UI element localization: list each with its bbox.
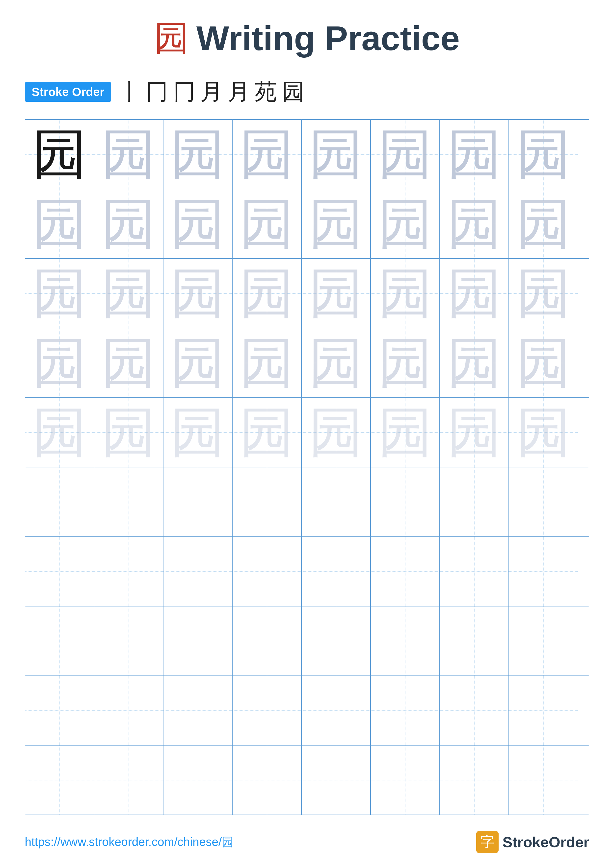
practice-char: 园 [240, 405, 294, 460]
writing-grid: 园 园 园 园 园 园 园 园 [25, 119, 589, 815]
grid-cell[interactable] [94, 606, 163, 676]
grid-cell[interactable]: 园 [94, 398, 163, 467]
grid-cell[interactable] [163, 537, 233, 606]
grid-cell[interactable]: 园 [94, 329, 163, 397]
grid-cell[interactable] [163, 676, 233, 745]
grid-cell[interactable]: 园 [163, 189, 233, 258]
grid-cell[interactable] [233, 537, 302, 606]
grid-cell[interactable] [371, 606, 440, 676]
grid-cell[interactable]: 园 [25, 189, 94, 258]
grid-cell[interactable] [509, 676, 578, 745]
grid-cell[interactable] [371, 676, 440, 745]
grid-cell[interactable]: 园 [440, 259, 509, 328]
grid-cell[interactable] [440, 746, 509, 815]
grid-cell[interactable]: 园 [94, 259, 163, 328]
grid-cell[interactable]: 园 [302, 329, 371, 397]
grid-cell[interactable] [371, 537, 440, 606]
grid-cell[interactable]: 园 [509, 398, 578, 467]
grid-cell[interactable] [25, 676, 94, 745]
grid-cell[interactable] [25, 606, 94, 676]
grid-cell[interactable] [440, 606, 509, 676]
grid-row: 园 园 园 园 园 园 园 园 [25, 329, 589, 398]
grid-cell[interactable]: 园 [25, 259, 94, 328]
grid-cell[interactable]: 园 [509, 120, 578, 189]
stroke-seq-4: 月 [201, 77, 223, 107]
grid-cell[interactable] [163, 467, 233, 536]
title-character: 园 [154, 15, 189, 62]
grid-cell[interactable]: 园 [233, 120, 302, 189]
stroke-seq-3: 冂 [173, 77, 196, 107]
grid-cell[interactable] [371, 746, 440, 815]
grid-cell[interactable] [302, 537, 371, 606]
grid-cell[interactable]: 园 [440, 398, 509, 467]
grid-cell[interactable]: 园 [302, 259, 371, 328]
grid-cell[interactable] [94, 746, 163, 815]
grid-cell[interactable]: 园 [163, 120, 233, 189]
practice-char: 园 [309, 197, 363, 251]
grid-cell[interactable]: 园 [94, 189, 163, 258]
grid-cell[interactable] [233, 467, 302, 536]
grid-cell[interactable]: 园 [163, 259, 233, 328]
grid-cell[interactable] [509, 746, 578, 815]
practice-char: 园 [378, 197, 432, 251]
grid-cell[interactable]: 园 [94, 120, 163, 189]
grid-cell[interactable] [302, 606, 371, 676]
grid-cell[interactable] [94, 537, 163, 606]
grid-row [25, 606, 589, 676]
stroke-order-row: Stroke Order 丨 冂 冂 月 月 苑 园 [25, 77, 305, 107]
grid-cell[interactable] [440, 676, 509, 745]
grid-cell[interactable]: 园 [25, 398, 94, 467]
grid-cell[interactable] [302, 746, 371, 815]
grid-cell[interactable] [302, 467, 371, 536]
practice-char: 园 [240, 127, 294, 181]
practice-char: 园 [309, 127, 363, 181]
grid-cell[interactable] [233, 746, 302, 815]
grid-cell[interactable] [509, 537, 578, 606]
grid-cell[interactable]: 园 [25, 329, 94, 397]
grid-cell[interactable] [371, 467, 440, 536]
grid-cell[interactable]: 园 [371, 259, 440, 328]
grid-cell[interactable]: 园 [509, 189, 578, 258]
practice-char: 园 [101, 197, 156, 251]
grid-cell[interactable]: 园 [371, 120, 440, 189]
grid-cell[interactable]: 园 [302, 398, 371, 467]
grid-cell[interactable]: 园 [371, 329, 440, 397]
grid-cell[interactable]: 园 [440, 120, 509, 189]
grid-cell[interactable]: 园 [163, 398, 233, 467]
practice-char: 园 [171, 336, 225, 390]
grid-cell[interactable] [163, 746, 233, 815]
grid-cell[interactable]: 园 [233, 259, 302, 328]
grid-cell[interactable]: 园 [233, 398, 302, 467]
grid-cell[interactable]: 园 [25, 120, 94, 189]
grid-cell[interactable]: 园 [233, 329, 302, 397]
grid-cell[interactable] [440, 467, 509, 536]
grid-cell[interactable] [509, 467, 578, 536]
brand-char: 字 [480, 832, 494, 851]
grid-cell[interactable]: 园 [233, 189, 302, 258]
grid-cell[interactable] [233, 606, 302, 676]
practice-char: 园 [516, 266, 571, 321]
grid-cell[interactable]: 园 [163, 329, 233, 397]
grid-cell[interactable]: 园 [371, 189, 440, 258]
practice-char: 园 [309, 336, 363, 390]
footer-url[interactable]: https://www.strokeorder.com/chinese/园 [25, 834, 233, 850]
stroke-seq-2: 冂 [146, 77, 168, 107]
grid-cell[interactable] [509, 606, 578, 676]
grid-cell[interactable]: 园 [302, 189, 371, 258]
grid-cell[interactable] [163, 606, 233, 676]
grid-cell[interactable]: 园 [509, 259, 578, 328]
grid-cell[interactable]: 园 [371, 398, 440, 467]
grid-cell[interactable] [233, 676, 302, 745]
grid-cell[interactable] [302, 676, 371, 745]
grid-cell[interactable] [25, 467, 94, 536]
grid-cell[interactable] [25, 746, 94, 815]
grid-cell[interactable] [440, 537, 509, 606]
practice-char: 园 [33, 336, 87, 390]
grid-cell[interactable]: 园 [440, 329, 509, 397]
grid-cell[interactable]: 园 [509, 329, 578, 397]
grid-cell[interactable] [25, 537, 94, 606]
grid-cell[interactable] [94, 467, 163, 536]
grid-cell[interactable] [94, 676, 163, 745]
grid-cell[interactable]: 园 [440, 189, 509, 258]
grid-cell[interactable]: 园 [302, 120, 371, 189]
